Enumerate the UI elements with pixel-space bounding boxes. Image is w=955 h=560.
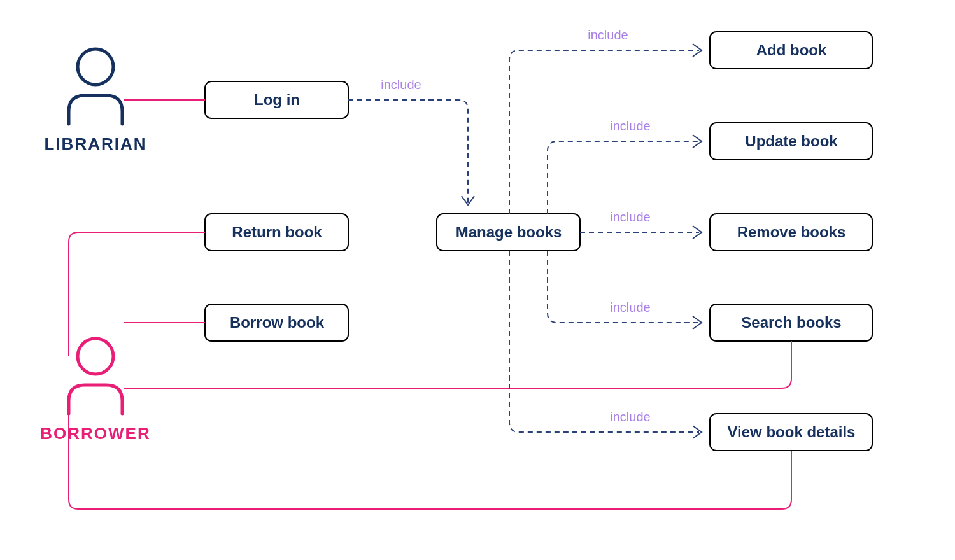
node-add-book: Add book: [710, 32, 872, 69]
svg-text:include: include: [610, 119, 650, 133]
svg-text:Borrow book: Borrow book: [230, 314, 325, 331]
node-return-book: Return book: [205, 214, 348, 251]
node-manage-books: Manage books: [437, 214, 580, 251]
svg-text:View book details: View book details: [728, 423, 856, 440]
svg-text:Log in: Log in: [254, 91, 300, 108]
node-view-book-details: View book details: [710, 414, 872, 451]
edge-manage-view: include: [509, 251, 702, 438]
svg-text:Return book: Return book: [232, 223, 322, 241]
node-borrow-book: Borrow book: [205, 304, 348, 341]
actor-borrower: BORROWER: [40, 339, 150, 443]
svg-text:include: include: [381, 78, 421, 92]
edge-login-manage: include: [348, 78, 474, 205]
svg-text:include: include: [610, 210, 650, 224]
svg-text:Search books: Search books: [741, 314, 841, 331]
svg-text:include: include: [610, 410, 650, 424]
svg-point-0: [78, 49, 113, 85]
use-case-diagram: LIBRARIAN BORROWER Log in Return book Bo…: [0, 0, 955, 560]
node-search-books: Search books: [710, 304, 872, 341]
actor-librarian-label: LIBRARIAN: [45, 134, 147, 153]
svg-text:Update book: Update book: [745, 132, 838, 150]
svg-text:include: include: [588, 28, 628, 42]
edge-borrower-return: [69, 232, 205, 356]
edge-borrower-search: [124, 341, 791, 388]
svg-text:Manage books: Manage books: [456, 223, 562, 241]
actor-librarian: LIBRARIAN: [45, 49, 147, 153]
node-login: Log in: [205, 81, 348, 118]
svg-text:Add book: Add book: [756, 41, 827, 59]
edge-manage-remove: include: [580, 210, 702, 239]
edge-manage-add: include: [509, 28, 702, 214]
edge-manage-update: include: [548, 119, 702, 214]
actor-borrower-label: BORROWER: [40, 424, 150, 443]
svg-text:Remove books: Remove books: [737, 223, 846, 241]
node-update-book: Update book: [710, 123, 872, 160]
svg-point-1: [78, 339, 113, 374]
edge-manage-search: include: [548, 251, 702, 329]
node-remove-books: Remove books: [710, 214, 872, 251]
edge-borrower-view: [69, 414, 791, 509]
svg-text:include: include: [610, 300, 650, 314]
